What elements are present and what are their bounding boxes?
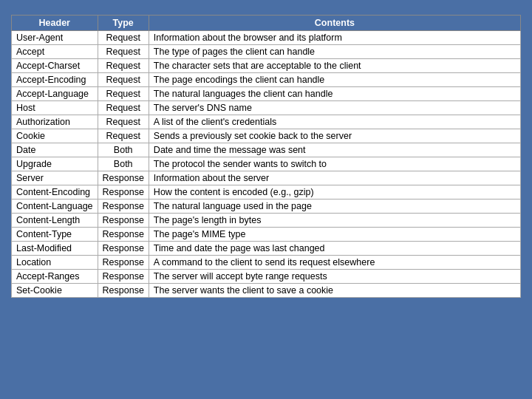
header-type: Both	[98, 157, 149, 171]
table-row: Accept-CharsetRequestThe character sets …	[12, 59, 521, 73]
header-name: Accept-Ranges	[12, 270, 98, 284]
header-type: Request	[98, 59, 149, 73]
header-name: Accept-Language	[12, 87, 98, 101]
header-contents: The page encodings the client can handle	[149, 73, 520, 87]
table-row: User-AgentRequestInformation about the b…	[12, 31, 521, 45]
header-type: Response	[98, 214, 149, 228]
header-name: Content-Length	[12, 214, 98, 228]
headers-table: HeaderTypeContents User-AgentRequestInfo…	[11, 15, 521, 298]
header-type: Response	[98, 242, 149, 256]
table-row: ServerResponseInformation about the serv…	[12, 171, 521, 185]
table-row: Accept-LanguageRequestThe natural langua…	[12, 87, 521, 101]
table-row: AcceptRequestThe type of pages the clien…	[12, 45, 521, 59]
header-type: Request	[98, 129, 149, 143]
header-name: Host	[12, 101, 98, 115]
header-type: Request	[98, 45, 149, 59]
table-row: AuthorizationRequestA list of the client…	[12, 115, 521, 129]
table-row: Set-CookieResponseThe server wants the c…	[12, 284, 521, 298]
header-name: Accept-Charset	[12, 59, 98, 73]
header-type: Response	[98, 270, 149, 284]
header-name: Cookie	[12, 129, 98, 143]
header-name: Last-Modified	[12, 242, 98, 256]
table-row: Content-TypeResponseThe page's MIME type	[12, 228, 521, 242]
table-row: Content-EncodingResponseHow the content …	[12, 185, 521, 200]
header-name: Location	[12, 256, 98, 270]
table-row: Accept-EncodingRequestThe page encodings…	[12, 73, 521, 87]
header-contents: The character sets that are acceptable t…	[149, 59, 520, 73]
header-contents: The page's length in bytes	[149, 214, 520, 228]
header-type: Response	[98, 228, 149, 242]
header-name: Content-Language	[12, 200, 98, 214]
table-row: LocationResponseA command to the client …	[12, 256, 521, 270]
header-contents: The server wants the client to save a co…	[149, 284, 520, 298]
header-contents: How the content is encoded (e.g., gzip)	[149, 185, 520, 200]
header-type: Request	[98, 31, 149, 45]
header-contents: The server will accept byte range reques…	[149, 270, 520, 284]
table-row: Last-ModifiedResponseTime and date the p…	[12, 242, 521, 256]
table-row: Content-LanguageResponseThe natural lang…	[12, 200, 521, 214]
header-type: Request	[98, 73, 149, 87]
table-row: UpgradeBothThe protocol the sender wants…	[12, 157, 521, 171]
header-contents: The natural languages the client can han…	[149, 87, 520, 101]
header-name: Date	[12, 143, 98, 157]
header-contents: Sends a previously set cookie back to th…	[149, 129, 520, 143]
column-header: Type	[98, 16, 149, 31]
header-contents: The protocol the sender wants to switch …	[149, 157, 520, 171]
header-type: Response	[98, 200, 149, 214]
table-row: DateBothDate and time the message was se…	[12, 143, 521, 157]
header-contents: The page's MIME type	[149, 228, 520, 242]
table-row: CookieRequestSends a previously set cook…	[12, 129, 521, 143]
column-header: Contents	[149, 16, 520, 31]
header-type: Both	[98, 143, 149, 157]
header-name: Upgrade	[12, 157, 98, 171]
table-row: Accept-RangesResponseThe server will acc…	[12, 270, 521, 284]
header-type: Response	[98, 171, 149, 185]
header-type: Response	[98, 185, 149, 200]
column-header: Header	[12, 16, 98, 31]
header-contents: A command to the client to send its requ…	[149, 256, 520, 270]
header-name: Server	[12, 171, 98, 185]
header-contents: Time and date the page was last changed	[149, 242, 520, 256]
table-row: Content-LengthResponseThe page's length …	[12, 214, 521, 228]
header-contents: The server's DNS name	[149, 101, 520, 115]
header-name: Accept-Encoding	[12, 73, 98, 87]
header-name: Set-Cookie	[12, 284, 98, 298]
header-contents: Date and time the message was sent	[149, 143, 520, 157]
header-name: User-Agent	[12, 31, 98, 45]
header-name: Accept	[12, 45, 98, 59]
header-type: Request	[98, 101, 149, 115]
header-name: Content-Type	[12, 228, 98, 242]
table-row: HostRequestThe server's DNS name	[12, 101, 521, 115]
header-type: Response	[98, 256, 149, 270]
header-type: Response	[98, 284, 149, 298]
header-contents: A list of the client's credentials	[149, 115, 520, 129]
header-contents: Information about the server	[149, 171, 520, 185]
header-name: Content-Encoding	[12, 185, 98, 200]
header-type: Request	[98, 87, 149, 101]
header-contents: The type of pages the client can handle	[149, 45, 520, 59]
header-type: Request	[98, 115, 149, 129]
header-name: Authorization	[12, 115, 98, 129]
header-contents: Information about the browser and its pl…	[149, 31, 520, 45]
header-contents: The natural language used in the page	[149, 200, 520, 214]
